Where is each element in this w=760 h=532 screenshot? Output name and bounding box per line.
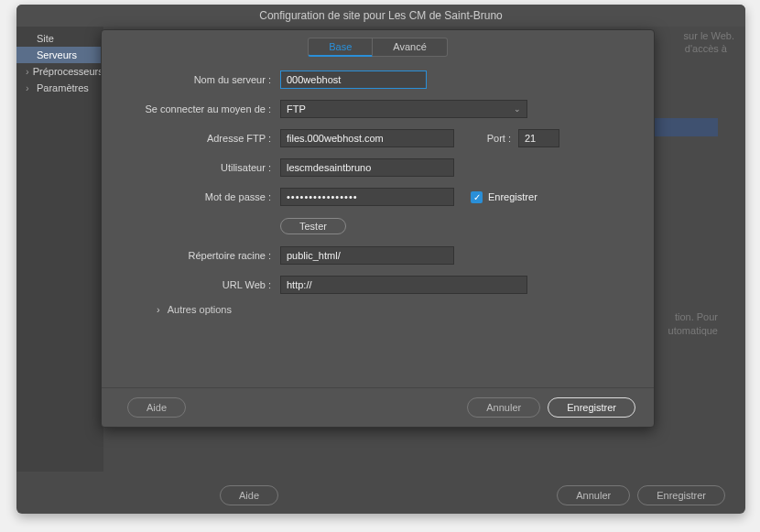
bg-status-text: tion. Pour utomatique xyxy=(668,310,718,339)
other-options-label: Autres options xyxy=(168,304,232,315)
label-connect-via: Se connecter au moyen de : xyxy=(120,103,280,114)
select-value: FTP xyxy=(287,103,306,114)
sidebar-item-label: Préprocesseurs xyxy=(33,66,103,77)
connect-via-select[interactable]: FTP ⌄ xyxy=(280,100,527,118)
label-server-name: Nom du serveur : xyxy=(120,74,280,85)
sidebar-item-label: Serveurs xyxy=(37,49,77,60)
test-button[interactable]: Tester xyxy=(280,218,346,234)
tab-base[interactable]: Base xyxy=(308,38,373,57)
label-web-url: URL Web : xyxy=(120,279,280,290)
tab-advanced[interactable]: Avancé xyxy=(373,38,448,57)
bg-text: sur le Web. xyxy=(684,30,734,41)
inner-footer: Aide Annuler Enregistrer xyxy=(102,387,654,427)
user-input[interactable]: lescmdesaintbruno xyxy=(280,158,454,177)
sidebar-item-parametres[interactable]: › Paramètres xyxy=(16,80,103,96)
dialog-title: Configuration de site pour Les CM de Sai… xyxy=(16,5,745,27)
port-input[interactable]: 21 xyxy=(518,129,559,147)
inner-save-button[interactable]: Enregistrer xyxy=(548,397,635,418)
label-port: Port : xyxy=(454,133,518,144)
bg-text: d'accès à xyxy=(685,43,727,54)
sidebar-item-serveurs[interactable]: Serveurs xyxy=(16,47,103,63)
inner-cancel-button[interactable]: Annuler xyxy=(467,397,540,418)
password-input[interactable]: •••••••••••••••• xyxy=(280,188,454,206)
other-options-toggle[interactable]: › Autres options xyxy=(120,304,635,315)
label-password: Mot de passe : xyxy=(120,191,280,202)
form: Nom du serveur : 000webhost Se connecter… xyxy=(102,57,654,387)
sidebar-item-site[interactable]: Site xyxy=(16,30,103,47)
chevron-right-icon: › xyxy=(26,66,29,77)
chevron-right-icon: › xyxy=(26,82,33,93)
server-settings-dialog: Base Avancé Nom du serveur : 000webhost … xyxy=(101,29,655,428)
sidebar-item-preprocesseurs[interactable]: › Préprocesseurs xyxy=(16,63,103,80)
sidebar: Site Serveurs › Préprocesseurs › Paramèt… xyxy=(16,27,103,472)
label-root-dir: Répertoire racine : xyxy=(120,250,280,261)
save-password-label: Enregistrer xyxy=(488,191,537,202)
chevron-right-icon: › xyxy=(157,304,160,315)
save-password-checkbox[interactable]: ✓ xyxy=(471,191,483,203)
sidebar-item-label: Paramètres xyxy=(37,82,89,93)
web-url-input[interactable]: http:// xyxy=(280,276,527,294)
outer-save-button[interactable]: Enregistrer xyxy=(637,485,725,505)
label-ftp-address: Adresse FTP : xyxy=(120,133,280,144)
inner-help-button[interactable]: Aide xyxy=(127,397,186,418)
outer-help-button[interactable]: Aide xyxy=(220,485,278,505)
outer-footer: Aide Annuler Enregistrer xyxy=(16,477,745,514)
chevron-down-icon: ⌄ xyxy=(514,104,521,114)
tabs: Base Avancé xyxy=(102,30,654,57)
label-user: Utilisateur : xyxy=(120,162,280,173)
outer-cancel-button[interactable]: Annuler xyxy=(557,485,630,505)
ftp-address-input[interactable]: files.000webhost.com xyxy=(280,129,454,147)
sidebar-item-label: Site xyxy=(37,33,54,44)
server-name-input[interactable]: 000webhost xyxy=(280,71,427,89)
root-dir-input[interactable]: public_html/ xyxy=(280,246,454,265)
